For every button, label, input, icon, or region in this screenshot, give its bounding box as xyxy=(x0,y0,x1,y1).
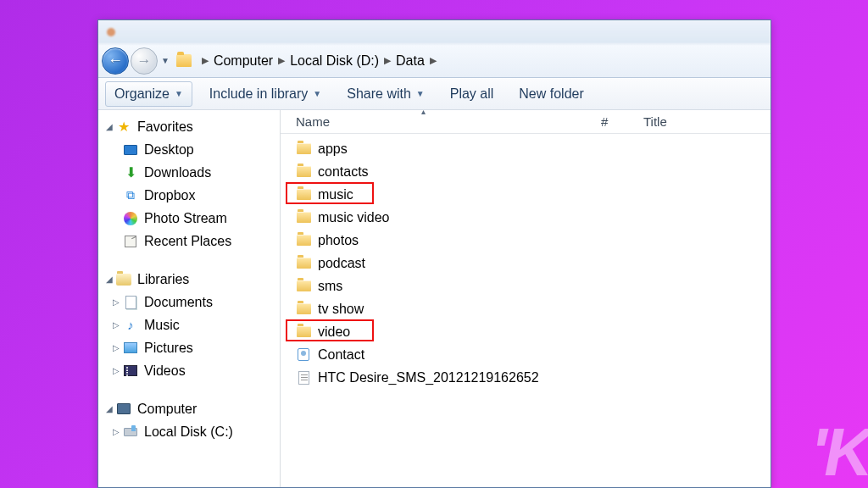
sidebar-item-documents[interactable]: ▷ Documents xyxy=(98,291,280,313)
address-breadcrumb[interactable]: ▶ Computer ▶ Local Disk (D:) ▶ Data ▶ xyxy=(173,49,767,73)
sidebar-item-localdisk-c[interactable]: ▷ Local Disk (C:) xyxy=(98,420,280,443)
file-name-label: music xyxy=(318,187,353,202)
organize-button[interactable]: Organize ▼ xyxy=(105,81,192,107)
column-label: Name xyxy=(296,114,330,129)
newfolder-label: New folder xyxy=(519,86,583,102)
sidebar-item-music[interactable]: ▷ ♪ Music xyxy=(98,313,280,336)
sort-ascending-icon: ▴ xyxy=(421,107,426,116)
sidebar-item-recent[interactable]: Recent Places xyxy=(98,230,280,252)
file-row-music-video[interactable]: music video xyxy=(281,206,771,229)
folder-icon xyxy=(296,325,311,338)
column-header-name[interactable]: Name ▴ xyxy=(296,114,601,129)
arrow-right-icon: → xyxy=(137,53,152,69)
file-row-contacts[interactable]: contacts xyxy=(281,160,771,183)
share-button[interactable]: Share with ▼ xyxy=(338,82,433,106)
column-header-number[interactable]: # xyxy=(601,114,643,129)
chevron-right-icon: ▶ xyxy=(202,55,209,66)
sidebar-item-label: Dropbox xyxy=(144,188,195,203)
expand-icon[interactable]: ▷ xyxy=(110,366,122,375)
music-icon: ♪ xyxy=(122,318,139,333)
play-label: Play all xyxy=(450,86,494,102)
collapse-icon[interactable]: ◢ xyxy=(103,404,115,413)
chevron-down-icon: ▼ xyxy=(175,89,183,98)
sidebar-item-label: Recent Places xyxy=(144,234,231,249)
include-label: Include in library xyxy=(209,86,309,102)
file-name-label: tv show xyxy=(318,302,364,317)
back-button[interactable]: ← xyxy=(102,47,129,75)
chevron-right-icon: ▶ xyxy=(384,55,391,66)
file-name-label: apps xyxy=(318,141,348,157)
favorites-header[interactable]: ◢ ★ Favorites xyxy=(98,115,280,138)
desktop-icon xyxy=(122,142,139,158)
file-name-label: podcast xyxy=(318,256,365,271)
include-library-button[interactable]: Include in library ▼ xyxy=(201,82,330,106)
computer-header[interactable]: ◢ Computer xyxy=(98,397,280,420)
column-header-title[interactable]: Title xyxy=(643,114,771,129)
nav-row: ← → ▼ ▶ Computer ▶ Local Disk (D:) ▶ Dat… xyxy=(98,44,771,78)
sidebar-item-label: Documents xyxy=(144,295,213,310)
file-row-video[interactable]: video xyxy=(281,320,771,343)
sidebar-item-pictures[interactable]: ▷ Pictures xyxy=(98,336,280,359)
arrow-left-icon: ← xyxy=(108,52,123,69)
window-control-icon xyxy=(107,28,115,36)
libraries-group: ◢ Libraries ▷ Documents ▷ ♪ Music ▷ xyxy=(98,268,280,382)
file-row-sms[interactable]: sms xyxy=(281,274,771,297)
file-row-HTC-Desire_SMS_20121219162652[interactable]: HTC Desire_SMS_20121219162652 xyxy=(281,366,771,389)
dropbox-icon: ⧉ xyxy=(122,188,139,203)
file-name-label: sms xyxy=(318,279,342,294)
new-folder-button[interactable]: New folder xyxy=(510,82,592,106)
sidebar-item-videos[interactable]: ▷ Videos xyxy=(98,359,280,382)
downloads-icon: ⬇ xyxy=(122,165,139,180)
file-row-Contact[interactable]: Contact xyxy=(281,343,771,366)
chevron-right-icon: ▶ xyxy=(278,55,285,66)
collapse-icon[interactable]: ◢ xyxy=(103,274,115,284)
recent-places-icon xyxy=(122,234,139,249)
sidebar-item-label: Local Disk (C:) xyxy=(144,424,233,440)
command-toolbar: Organize ▼ Include in library ▼ Share wi… xyxy=(98,78,771,110)
file-row-tv-show[interactable]: tv show xyxy=(281,297,771,320)
file-name-label: Contact xyxy=(318,347,364,363)
organize-label: Organize xyxy=(114,86,170,102)
breadcrumb-segment-drive[interactable]: Local Disk (D:) xyxy=(290,53,379,69)
sidebar-item-desktop[interactable]: Desktop xyxy=(98,138,280,161)
sidebar-item-label: Videos xyxy=(144,363,186,379)
expand-icon[interactable]: ▷ xyxy=(110,427,122,436)
history-dropdown[interactable]: ▼ xyxy=(161,56,170,65)
folder-icon xyxy=(296,142,311,155)
computer-label: Computer xyxy=(137,402,197,417)
file-list: appscontactsmusicmusic videophotospodcas… xyxy=(281,134,771,392)
sidebar-item-label: Desktop xyxy=(144,142,194,158)
folder-icon xyxy=(176,54,192,67)
share-label: Share with xyxy=(347,86,411,102)
expand-icon[interactable]: ▷ xyxy=(110,343,122,352)
sidebar-item-dropbox[interactable]: ⧉ Dropbox xyxy=(98,184,280,207)
expand-icon[interactable]: ▷ xyxy=(110,297,122,307)
file-row-apps[interactable]: apps xyxy=(281,137,771,160)
breadcrumb-segment-computer[interactable]: Computer xyxy=(214,53,273,69)
libraries-header[interactable]: ◢ Libraries xyxy=(98,268,280,291)
file-row-photos[interactable]: photos xyxy=(281,229,771,252)
collapse-icon[interactable]: ◢ xyxy=(103,122,115,131)
expand-icon[interactable]: ▷ xyxy=(110,320,122,330)
libraries-icon xyxy=(115,272,132,287)
forward-button[interactable]: → xyxy=(131,47,158,75)
explorer-window: ← → ▼ ▶ Computer ▶ Local Disk (D:) ▶ Dat… xyxy=(97,19,771,488)
play-all-button[interactable]: Play all xyxy=(442,82,503,106)
videos-icon xyxy=(122,363,139,379)
breadcrumb-segment-folder[interactable]: Data xyxy=(396,53,425,69)
sidebar-item-downloads[interactable]: ⬇ Downloads xyxy=(98,161,280,184)
sidebar-item-photostream[interactable]: Photo Stream xyxy=(98,207,280,230)
column-label: # xyxy=(601,114,608,129)
folder-icon xyxy=(296,211,311,224)
file-row-podcast[interactable]: podcast xyxy=(281,252,771,274)
drive-icon xyxy=(122,424,139,440)
chevron-right-icon: ▶ xyxy=(430,55,437,66)
watermark: 'K xyxy=(810,413,868,488)
pictures-icon xyxy=(122,341,139,356)
file-row-music[interactable]: music xyxy=(281,183,771,206)
computer-icon xyxy=(115,402,132,417)
sidebar-item-label: Photo Stream xyxy=(144,211,227,226)
computer-group: ◢ Computer ▷ Local Disk (C:) xyxy=(98,397,280,443)
folder-icon xyxy=(296,188,311,201)
window-title-bar xyxy=(98,20,771,44)
